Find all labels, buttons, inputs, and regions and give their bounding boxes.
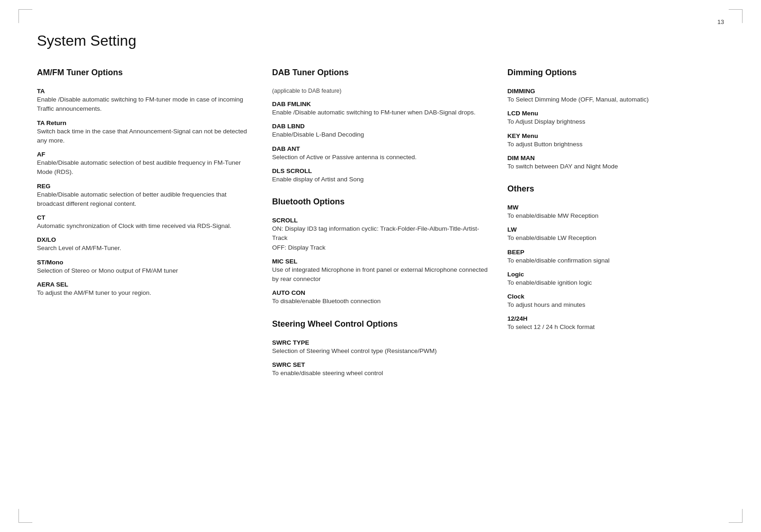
page-number: 13 bbox=[718, 18, 724, 25]
swrc-entries: SWRC TYPESelection of Steering Wheel con… bbox=[272, 339, 489, 378]
list-item: AFEnable/Disable automatic selection of … bbox=[37, 151, 254, 177]
entry-desc: To adjust the AM/FM tuner to your region… bbox=[37, 289, 151, 296]
page-title: System Setting bbox=[37, 32, 724, 49]
entry-desc: Enable/Disable automatic selection of be… bbox=[37, 159, 241, 175]
entry-label: DAB FMLINK bbox=[272, 101, 489, 108]
entry-label: Logic bbox=[507, 271, 724, 278]
list-item: SCROLLON: Display ID3 tag information cy… bbox=[272, 217, 489, 252]
dab-section-title: DAB Tuner Options bbox=[272, 68, 489, 79]
entry-label: DIMMING bbox=[507, 88, 724, 95]
list-item: DAB LBNDEnable/Disable L-Band Decoding bbox=[272, 123, 489, 139]
entry-desc: Enable /Disable automatic switching to F… bbox=[37, 96, 243, 112]
entry-desc: Selection of Stereo or Mono output of FM… bbox=[37, 267, 178, 274]
entry-desc: Enable/Disable automatic selection of be… bbox=[37, 191, 227, 207]
entry-desc: Search Level of AM/FM-Tuner. bbox=[37, 245, 121, 251]
list-item: AERA SELTo adjust the AM/FM tuner to you… bbox=[37, 281, 254, 298]
entry-label: ST/Mono bbox=[37, 259, 254, 266]
entry-desc: To enable/disable LW Reception bbox=[507, 234, 597, 241]
list-item: DX/LOSearch Level of AM/FM-Tuner. bbox=[37, 236, 254, 253]
entry-label: LW bbox=[507, 226, 724, 233]
entry-desc: To enable/disable steering wheel control bbox=[272, 370, 383, 377]
content-columns: AM/FM Tuner Options TAEnable /Disable au… bbox=[37, 68, 724, 383]
list-item: LogicTo enable/disable ignition logic bbox=[507, 271, 724, 287]
list-item: SWRC TYPESelection of Steering Wheel con… bbox=[272, 339, 489, 356]
entry-desc: Selection of Steering Wheel control type… bbox=[272, 347, 436, 354]
list-item: LCD MenuTo Adjust Display brightness bbox=[507, 110, 724, 126]
list-item: ClockTo adjust hours and minutes bbox=[507, 293, 724, 310]
list-item: LWTo enable/disable LW Reception bbox=[507, 226, 724, 243]
entry-desc: To Adjust Display brightness bbox=[507, 118, 586, 125]
list-item: ST/MonoSelection of Stereo or Mono outpu… bbox=[37, 259, 254, 275]
amfm-section-title: AM/FM Tuner Options bbox=[37, 68, 254, 79]
list-item: DIM MANTo switch between DAY and Night M… bbox=[507, 155, 724, 171]
list-item: TA ReturnSwitch back time in the case th… bbox=[37, 120, 254, 146]
entry-label: SWRC SET bbox=[272, 361, 489, 368]
column-amfm: AM/FM Tuner Options TAEnable /Disable au… bbox=[37, 68, 272, 383]
entry-label: AF bbox=[37, 151, 254, 158]
entry-label: SCROLL bbox=[272, 217, 489, 224]
entry-desc: Switch back time in the case that Announ… bbox=[37, 128, 247, 144]
entry-desc: To disable/enable Bluetooth connection bbox=[272, 298, 380, 305]
list-item: DAB ANTSelection of Active or Passive an… bbox=[272, 145, 489, 162]
entry-label: DLS SCROLL bbox=[272, 167, 489, 174]
list-item: DLS SCROLLEnable display of Artist and S… bbox=[272, 167, 489, 184]
list-item: SWRC SETTo enable/disable steering wheel… bbox=[272, 361, 489, 378]
others-section-title: Others bbox=[507, 184, 724, 196]
list-item: CTAutomatic synchronization of Clock wit… bbox=[37, 214, 254, 231]
dab-entries: DAB FMLINKEnable /Disable automatic swit… bbox=[272, 101, 489, 184]
entry-desc: Use of integrated Microphone in front pa… bbox=[272, 266, 488, 282]
column-dab-bt-swrc: DAB Tuner Options (applicable to DAB fea… bbox=[272, 68, 507, 383]
entry-label: 12/24H bbox=[507, 315, 724, 322]
page-container: 13 System Setting AM/FM Tuner Options TA… bbox=[0, 0, 761, 532]
entry-label: MW bbox=[507, 204, 724, 211]
corner-mark-bl bbox=[18, 509, 32, 523]
swrc-section-title: Steering Wheel Control Options bbox=[272, 319, 489, 331]
list-item: AUTO CONTo disable/enable Bluetooth conn… bbox=[272, 289, 489, 306]
column-dimming-others: Dimming Options DIMMINGTo Select Dimming… bbox=[507, 68, 724, 383]
entry-desc: ON: Display ID3 tag information cyclic: … bbox=[272, 225, 479, 251]
entry-desc: To enable/disable MW Reception bbox=[507, 212, 598, 219]
amfm-entries: TAEnable /Disable automatic switching to… bbox=[37, 88, 254, 298]
list-item: 12/24HTo select 12 / 24 h Clock format bbox=[507, 315, 724, 332]
bt-entries: SCROLLON: Display ID3 tag information cy… bbox=[272, 217, 489, 306]
entry-label: TA bbox=[37, 88, 254, 95]
list-item: DAB FMLINKEnable /Disable automatic swit… bbox=[272, 101, 489, 117]
entry-label: AERA SEL bbox=[37, 281, 254, 288]
entry-label: DAB LBND bbox=[272, 123, 489, 130]
entry-label: DAB ANT bbox=[272, 145, 489, 152]
list-item: BEEPTo enable/disable confirmation signa… bbox=[507, 249, 724, 265]
entry-label: CT bbox=[37, 214, 254, 221]
list-item: MWTo enable/disable MW Reception bbox=[507, 204, 724, 221]
entry-desc: Enable display of Artist and Song bbox=[272, 176, 363, 183]
entry-desc: To switch between DAY and Night Mode bbox=[507, 163, 618, 170]
list-item: TAEnable /Disable automatic switching to… bbox=[37, 88, 254, 114]
entry-desc: To select 12 / 24 h Clock format bbox=[507, 323, 595, 330]
others-entries: MWTo enable/disable MW ReceptionLWTo ena… bbox=[507, 204, 724, 332]
corner-mark-tr bbox=[729, 9, 743, 23]
bt-section-title: Bluetooth Options bbox=[272, 197, 489, 209]
entry-label: DIM MAN bbox=[507, 155, 724, 161]
entry-desc: To adjust Button brightness bbox=[507, 141, 583, 148]
entry-desc: Enable/Disable L-Band Decoding bbox=[272, 131, 364, 138]
entry-desc: To adjust hours and minutes bbox=[507, 301, 586, 308]
entry-desc: To Select Dimming Mode (OFF, Manual, aut… bbox=[507, 96, 649, 103]
entry-desc: To enable/disable confirmation signal bbox=[507, 257, 610, 264]
dimming-entries: DIMMINGTo Select Dimming Mode (OFF, Manu… bbox=[507, 88, 724, 171]
entry-desc: Enable /Disable automatic switching to F… bbox=[272, 109, 475, 116]
entry-label: Clock bbox=[507, 293, 724, 300]
list-item: KEY MenuTo adjust Button brightness bbox=[507, 132, 724, 149]
entry-label: AUTO CON bbox=[272, 289, 489, 296]
corner-mark-br bbox=[729, 509, 743, 523]
dimming-section-title: Dimming Options bbox=[507, 68, 724, 79]
entry-label: LCD Menu bbox=[507, 110, 724, 117]
dab-subtitle: (applicable to DAB feature) bbox=[272, 88, 489, 94]
corner-mark-tl bbox=[18, 9, 32, 23]
entry-label: REG bbox=[37, 183, 254, 190]
entry-label: DX/LO bbox=[37, 236, 254, 243]
entry-label: TA Return bbox=[37, 120, 254, 126]
list-item: MIC SELUse of integrated Microphone in f… bbox=[272, 258, 489, 284]
entry-desc: To enable/disable ignition logic bbox=[507, 279, 592, 286]
entry-label: BEEP bbox=[507, 249, 724, 256]
entry-desc: Selection of Active or Passive antenna i… bbox=[272, 154, 417, 161]
entry-desc: Automatic synchronization of Clock with … bbox=[37, 222, 231, 229]
